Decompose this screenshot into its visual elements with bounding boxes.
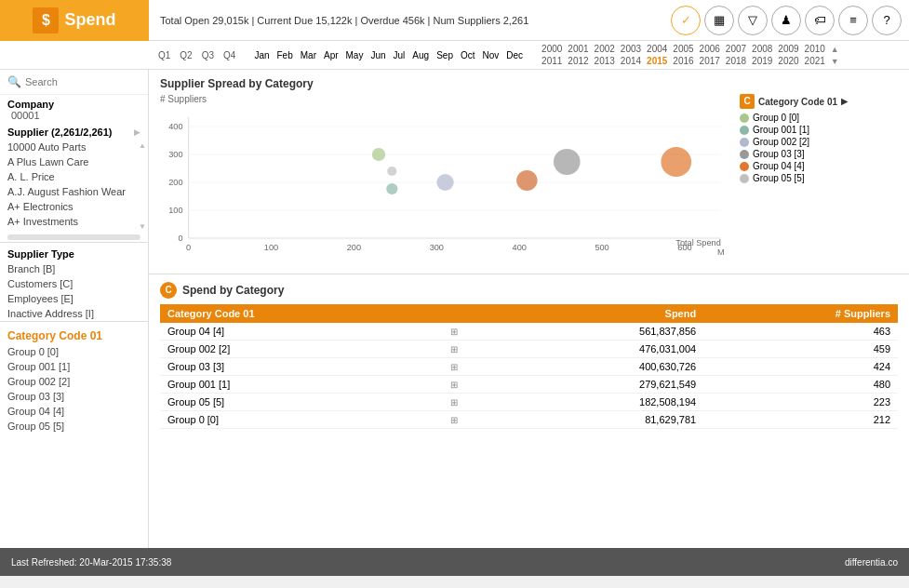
supplier-item-3[interactable]: A.J. August Fashion Wear <box>0 184 137 199</box>
category-group001[interactable]: Group 001 [1] <box>0 359 148 374</box>
y2003[interactable]: 2003 <box>621 44 641 54</box>
main-layout: 🔍 ▼ Company 00001 Supplier (2,261/2,261)… <box>0 70 909 548</box>
sep[interactable]: Sep <box>436 50 453 60</box>
y2018[interactable]: 2018 <box>726 56 746 66</box>
y2015[interactable]: 2015 <box>647 56 667 66</box>
legend-title-text: Category Code 01 <box>758 97 837 107</box>
cell-suppliers-0: 463 <box>703 323 898 341</box>
nov[interactable]: Nov <box>483 50 500 60</box>
y2002[interactable]: 2002 <box>595 44 615 54</box>
quarter-selector: Q1 Q2 Q3 Q4 <box>158 50 235 60</box>
cell-category-3: Group 001 [1] <box>160 376 443 394</box>
supplier-item-1[interactable]: A Plus Lawn Care <box>0 154 137 169</box>
oct[interactable]: Oct <box>461 50 475 60</box>
legend-item-1: Group 001 [1] <box>740 125 898 135</box>
cell-expand-3[interactable]: ⊞ <box>443 376 505 394</box>
y2004[interactable]: 2004 <box>647 44 667 54</box>
y2012[interactable]: 2012 <box>568 56 588 66</box>
aug[interactable]: Aug <box>412 50 429 60</box>
q2[interactable]: Q2 <box>180 50 192 60</box>
supplier-horizontal-scroll[interactable] <box>7 234 140 240</box>
table-row: Group 001 [1] ⊞ 279,621,549 480 <box>160 376 898 394</box>
cell-expand-0[interactable]: ⊞ <box>443 323 505 341</box>
mar[interactable]: Mar <box>301 50 316 60</box>
person-icon-button[interactable]: ♟ <box>771 6 801 35</box>
feb[interactable]: Feb <box>277 50 293 60</box>
y2007[interactable]: 2007 <box>726 44 746 54</box>
year-down-arrow[interactable]: ▼ <box>831 57 839 66</box>
y2016[interactable]: 2016 <box>673 56 693 66</box>
col-expand <box>443 304 505 323</box>
supplier-item-5[interactable]: A+ Investments <box>0 214 137 229</box>
jul[interactable]: Jul <box>394 50 406 60</box>
category-group05[interactable]: Group 05 [5] <box>0 419 148 434</box>
jun[interactable]: Jun <box>370 50 385 60</box>
cell-category-1: Group 002 [2] <box>160 341 443 358</box>
svg-text:300: 300 <box>430 243 444 252</box>
y2017[interactable]: 2017 <box>700 56 720 66</box>
calendar-icon-button[interactable]: ▦ <box>704 6 734 35</box>
dec[interactable]: Dec <box>506 50 523 60</box>
cell-suppliers-4: 223 <box>703 394 898 411</box>
legend-more-icon[interactable]: ▶ <box>841 97 848 106</box>
y2010[interactable]: 2010 <box>805 44 825 54</box>
y2001[interactable]: 2001 <box>568 44 588 54</box>
scroll-up-icon[interactable]: ▲ <box>139 141 146 150</box>
supplier-item-0[interactable]: 10000 Auto Parts <box>0 140 137 154</box>
svg-text:200: 200 <box>168 178 182 187</box>
y2014[interactable]: 2014 <box>621 56 641 66</box>
category-group002[interactable]: Group 002 [2] <box>0 374 148 389</box>
y2008[interactable]: 2008 <box>752 44 772 54</box>
content-area: Supplier Spread by Category # Suppliers … <box>149 70 909 548</box>
chart-svg: 0 100 200 300 400 0 100 200 300 400 500 … <box>160 108 730 257</box>
supplier-type-customers[interactable]: Customers [C] <box>0 276 148 291</box>
chart-inner: # Suppliers 0 100 200 300 <box>160 94 898 259</box>
legend-dot-2 <box>740 138 749 147</box>
supplier-type-employees[interactable]: Employees [E] <box>0 291 148 306</box>
list-icon-button[interactable]: ≡ <box>838 6 868 35</box>
q3[interactable]: Q3 <box>202 50 214 60</box>
supplier-type-branch[interactable]: Branch [B] <box>0 261 148 276</box>
svg-text:0: 0 <box>178 234 182 243</box>
y2013[interactable]: 2013 <box>595 56 615 66</box>
y2021[interactable]: 2021 <box>805 56 825 66</box>
supplier-item-4[interactable]: A+ Electronics <box>0 199 137 214</box>
help-icon-button[interactable]: ? <box>872 6 902 35</box>
y2011[interactable]: 2011 <box>541 56 562 66</box>
q1[interactable]: Q1 <box>158 50 170 60</box>
bubble-group04-large <box>661 147 691 177</box>
scroll-down-icon[interactable]: ▼ <box>139 222 146 231</box>
cell-expand-1[interactable]: ⊞ <box>443 341 505 358</box>
bubble-group03 <box>554 149 581 175</box>
jan[interactable]: Jan <box>254 50 269 60</box>
supplier-type-inactive[interactable]: Inactive Address [I] <box>0 306 148 321</box>
q4[interactable]: Q4 <box>223 50 235 60</box>
svg-text:100: 100 <box>264 243 278 252</box>
y2005[interactable]: 2005 <box>673 44 693 54</box>
category-group0[interactable]: Group 0 [0] <box>0 344 148 359</box>
supplier-item-6[interactable]: Aaronson Furniture <box>0 229 137 233</box>
y2006[interactable]: 2006 <box>700 44 720 54</box>
supplier-scroll-right[interactable]: ▶ <box>134 127 140 137</box>
category-group04[interactable]: Group 04 [4] <box>0 404 148 419</box>
filter-icon-button[interactable]: ▽ <box>738 6 768 35</box>
cell-expand-4[interactable]: ⊞ <box>443 394 505 411</box>
y2019[interactable]: 2019 <box>752 56 772 66</box>
may[interactable]: May <box>346 50 364 60</box>
year-up-arrow[interactable]: ▲ <box>831 45 839 54</box>
apr[interactable]: Apr <box>324 50 339 60</box>
search-input[interactable] <box>25 76 149 87</box>
cell-expand-5[interactable]: ⊞ <box>443 411 505 429</box>
app-name: Spend <box>64 10 115 30</box>
col-suppliers: # Suppliers <box>703 304 898 323</box>
category-group03[interactable]: Group 03 [3] <box>0 389 148 404</box>
check-icon-button[interactable]: ✓ <box>671 6 701 35</box>
supplier-list: 10000 Auto Parts A Plus Lawn Care A. L. … <box>0 140 137 233</box>
y2000[interactable]: 2000 <box>541 44 562 54</box>
supplier-item-2[interactable]: A. L. Price <box>0 169 137 184</box>
cell-expand-2[interactable]: ⊞ <box>443 358 505 376</box>
bookmark-icon-button[interactable]: 🏷 <box>805 6 835 35</box>
y2020[interactable]: 2020 <box>778 56 798 66</box>
legend-label-3: Group 03 [3] <box>753 149 805 159</box>
y2009[interactable]: 2009 <box>778 44 798 54</box>
